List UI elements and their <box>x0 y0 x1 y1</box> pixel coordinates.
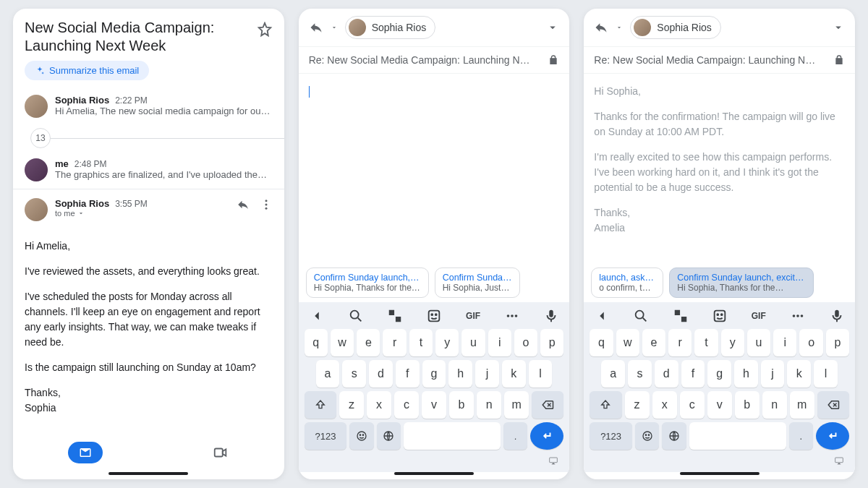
smart-reply-suggestion[interactable]: launch, ask goals o confirm, the… <box>591 267 663 298</box>
key-q[interactable]: q <box>305 329 328 356</box>
more-icon[interactable] <box>790 308 806 324</box>
mail-tab[interactable] <box>68 442 103 463</box>
subject-field[interactable]: Re: New Social Media Campaign: Launching… <box>594 54 827 66</box>
keyboard-collapse-icon[interactable] <box>548 455 559 466</box>
key-z[interactable]: z <box>625 391 650 419</box>
key-v[interactable]: v <box>707 391 732 419</box>
key-shift[interactable] <box>590 391 621 419</box>
key-y[interactable]: y <box>721 329 744 356</box>
key-a[interactable]: a <box>601 360 625 388</box>
subject-field[interactable]: Re: New Social Media Campaign: Launching… <box>309 54 542 66</box>
key-q[interactable]: q <box>590 329 613 356</box>
key-emoji[interactable] <box>635 422 659 450</box>
smart-reply-suggestion[interactable]: Confirm Sunday launch, sugge… Hi Sophia,… <box>306 267 429 298</box>
key-k[interactable]: k <box>502 360 526 388</box>
key-h[interactable]: h <box>448 360 472 388</box>
message-collapsed[interactable]: me 2:48 PM The graphics are finalized, a… <box>13 151 284 189</box>
key-d[interactable]: d <box>369 360 393 388</box>
compose-body[interactable]: Hi Sophia, Thanks for the confirmation! … <box>584 74 855 263</box>
key-u[interactable]: u <box>461 329 485 356</box>
key-b[interactable]: b <box>735 391 760 419</box>
key-j[interactable]: j <box>761 360 785 388</box>
summarize-chip[interactable]: Summarize this email <box>25 61 149 80</box>
gif-button[interactable]: GIF <box>465 308 481 324</box>
reply-icon[interactable] <box>237 198 250 211</box>
key-period[interactable]: . <box>503 422 527 450</box>
translate-icon[interactable] <box>673 308 689 324</box>
key-n[interactable]: n <box>477 391 501 419</box>
key-d[interactable]: d <box>655 360 678 388</box>
key-r[interactable]: r <box>668 329 692 356</box>
key-w[interactable]: w <box>616 329 639 356</box>
key-e[interactable]: e <box>642 329 665 356</box>
key-backspace[interactable] <box>532 391 563 419</box>
mic-icon[interactable] <box>543 308 559 324</box>
expand-recipients-icon[interactable] <box>546 21 559 34</box>
keyboard-collapse-icon[interactable] <box>833 455 845 466</box>
key-emoji[interactable] <box>349 422 373 450</box>
gif-button[interactable]: GIF <box>751 308 767 324</box>
recipient-chip[interactable]: Sophia Rios <box>345 16 436 39</box>
smart-reply-suggestion[interactable]: Confirm Sunday la Hi Sophia, Just to c <box>435 267 520 298</box>
smart-reply-suggestion-selected[interactable]: Confirm Sunday launch, excited. Hi Sophi… <box>669 267 814 298</box>
key-p[interactable]: p <box>826 329 849 356</box>
more-icon[interactable] <box>504 308 520 324</box>
search-icon[interactable] <box>348 308 364 324</box>
key-w[interactable]: w <box>331 329 354 356</box>
chevron-down-icon[interactable] <box>331 24 338 31</box>
home-indicator[interactable] <box>394 472 474 475</box>
key-l[interactable]: l <box>529 360 553 388</box>
key-s[interactable]: s <box>342 360 366 388</box>
key-e[interactable]: e <box>357 329 380 356</box>
recipient-chip[interactable]: Sophia Rios <box>630 16 721 39</box>
key-c[interactable]: c <box>394 391 419 419</box>
message-collapsed[interactable]: Sophia Rios 2:22 PM Hi Amelia, The new s… <box>13 87 284 125</box>
key-f[interactable]: f <box>681 360 705 388</box>
key-l[interactable]: l <box>814 360 838 388</box>
key-j[interactable]: j <box>475 360 499 388</box>
key-m[interactable]: m <box>504 391 529 419</box>
meet-tab-icon[interactable] <box>213 445 229 461</box>
key-k[interactable]: k <box>787 360 811 388</box>
key-backspace[interactable] <box>817 391 849 419</box>
collapsed-count[interactable]: 13 <box>13 128 284 148</box>
search-icon[interactable] <box>633 308 649 324</box>
key-c[interactable]: c <box>680 391 705 419</box>
chevron-down-icon[interactable] <box>616 24 623 31</box>
key-i[interactable]: i <box>488 329 511 356</box>
key-language[interactable] <box>377 422 401 450</box>
home-indicator[interactable] <box>109 472 188 475</box>
key-numbers[interactable]: ?123 <box>590 422 632 450</box>
key-language[interactable] <box>662 422 686 450</box>
key-r[interactable]: r <box>383 329 406 356</box>
key-n[interactable]: n <box>762 391 787 419</box>
key-a[interactable]: a <box>316 360 340 388</box>
mic-icon[interactable] <box>829 308 845 324</box>
key-f[interactable]: f <box>396 360 420 388</box>
key-t[interactable]: t <box>694 329 718 356</box>
key-g[interactable]: g <box>422 360 446 388</box>
key-m[interactable]: m <box>790 391 814 419</box>
back-icon[interactable] <box>594 20 608 35</box>
key-i[interactable]: i <box>773 329 796 356</box>
expand-recipients-icon[interactable] <box>832 21 845 34</box>
sticker-icon[interactable] <box>712 308 728 324</box>
key-v[interactable]: v <box>422 391 446 419</box>
key-space[interactable] <box>404 422 501 450</box>
compose-body[interactable] <box>299 74 570 263</box>
kbd-back-icon[interactable] <box>309 308 325 324</box>
home-indicator[interactable] <box>680 472 760 475</box>
key-h[interactable]: h <box>734 360 758 388</box>
key-g[interactable]: g <box>707 360 731 388</box>
key-x[interactable]: x <box>367 391 391 419</box>
star-icon[interactable] <box>257 22 273 38</box>
key-b[interactable]: b <box>449 391 474 419</box>
kbd-back-icon[interactable] <box>594 308 610 324</box>
key-numbers[interactable]: ?123 <box>305 422 347 450</box>
key-enter[interactable] <box>530 422 563 450</box>
key-s[interactable]: s <box>628 360 652 388</box>
translate-icon[interactable] <box>387 308 403 324</box>
key-u[interactable]: u <box>747 329 770 356</box>
key-p[interactable]: p <box>540 329 563 356</box>
back-icon[interactable] <box>309 20 323 35</box>
